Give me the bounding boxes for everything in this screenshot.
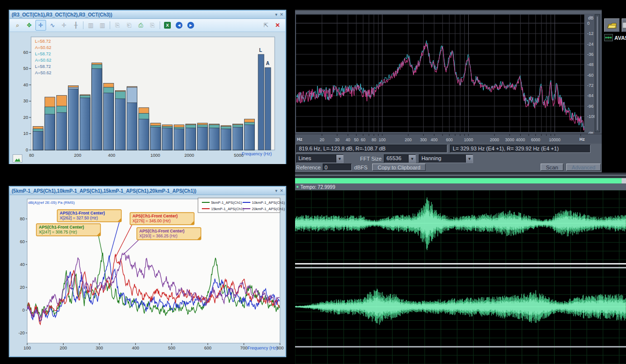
window-function-value: Hanning [419, 155, 465, 163]
aps-window-titlebar[interactable]: (5kmP-1_APS(Ch1),10kmP-1_APS(Ch1),15kmP-… [10, 187, 285, 195]
detach-icon[interactable]: ⇱ [261, 20, 271, 31]
reference-input[interactable] [323, 164, 352, 171]
waveform-file-icon: ↤↦ [604, 34, 613, 41]
display-mode-value: Lines [297, 155, 336, 163]
svg-text:20: 20 [20, 285, 25, 290]
histogram-options-icon[interactable]: ▥ [97, 20, 108, 31]
svg-text:X[293] = 366.25 (Hz): X[293] = 366.25 (Hz) [139, 233, 178, 238]
file-organizer-panel: ↤↦ AVAS [604, 15, 626, 78]
nav-forward-icon[interactable]: ► [185, 20, 196, 31]
svg-text:-108: -108 [587, 114, 596, 119]
remove-cursor-icon[interactable]: ✛ [59, 20, 69, 31]
copy-to-clipboard-button[interactable]: Copy to Clipboard [372, 164, 426, 171]
copy-chart-icon[interactable]: ⎘ [112, 20, 123, 31]
svg-text:20kmP-1_APS(Ch1): 20kmP-1_APS(Ch1) [252, 207, 285, 211]
cursor-tool-icon[interactable]: ✛ [35, 20, 46, 31]
octave-window-titlebar[interactable]: (R3_OCT(Ch1),R3_OCT(Ch2),R3_OCT(Ch3)) ▾ … [10, 11, 285, 19]
svg-text:dB(A)(ref 2E-05) Pa (RMS): dB(A)(ref 2E-05) Pa (RMS) [28, 200, 75, 205]
excel-export-icon[interactable]: X [162, 20, 173, 31]
peak-status-field: L= 329.93 Hz (E4 +1), R= 329.92 Hz (E4 +… [450, 145, 591, 153]
aps-chart[interactable]: 806040200-20100200300400500600700800dB(A… [10, 195, 285, 356]
svg-text:300: 300 [420, 137, 427, 142]
display-mode-select[interactable]: Lines ▼ [296, 154, 344, 163]
waveform-canvas[interactable] [295, 190, 626, 364]
svg-text:-72: -72 [587, 83, 593, 88]
save-image-icon[interactable]: ⎙ [135, 20, 146, 31]
chart-type-icon[interactable] [13, 154, 22, 163]
svg-text:L=58.72: L=58.72 [35, 51, 51, 56]
chevron-down-icon[interactable]: ▼ [465, 155, 473, 163]
spectrum-status-row: 819.6 Hz, L=-123.8 dB, R=-108.7 dB L= 32… [296, 145, 601, 153]
window-menu-icon[interactable]: ▾ [275, 188, 278, 193]
svg-text:60: 60 [23, 50, 28, 55]
svg-text:-48: -48 [587, 62, 593, 67]
octave-chart[interactable]: 0102030405060LA80200400100020005000Frequ… [10, 32, 285, 164]
svg-text:Frequency (Hz): Frequency (Hz) [242, 151, 272, 156]
svg-text:2000: 2000 [184, 153, 194, 158]
fft-size-select[interactable]: 65536 ▼ [384, 154, 416, 163]
open-folder-button[interactable] [604, 18, 620, 32]
nav-forward-icon: ► [187, 22, 194, 29]
histogram-icon[interactable]: ▥ [85, 20, 96, 31]
scan-button[interactable]: Scan [541, 164, 563, 171]
aps-analysis-window: (5kmP-1_APS(Ch1),10kmP-1_APS(Ch1),15kmP-… [9, 186, 286, 357]
svg-text:200: 200 [60, 346, 67, 350]
svg-text:1000: 1000 [150, 153, 160, 158]
svg-text:50: 50 [23, 66, 28, 71]
paste-icon[interactable]: ⎘ [147, 20, 158, 31]
svg-text:0: 0 [587, 21, 590, 26]
spectrum-reference-row: Reference dBFS Copy to Clipboard Scan Ad… [296, 164, 601, 171]
advanced-button[interactable]: Advanced [566, 164, 601, 171]
svg-text:4000: 4000 [516, 137, 525, 142]
spectrum-plot[interactable]: dB0-12-24-36-48-60-72-84-96-108dBHz20304… [295, 14, 602, 144]
svg-text:100: 100 [23, 346, 31, 350]
svg-text:600: 600 [446, 137, 453, 142]
pattern-progress-bar[interactable] [295, 178, 626, 183]
svg-text:-24: -24 [587, 42, 593, 47]
status-dot-icon [297, 186, 298, 188]
svg-text:400: 400 [132, 346, 139, 350]
file-new-button[interactable] [622, 18, 626, 32]
svg-text:-84: -84 [587, 93, 593, 98]
nav-back-icon: ◄ [176, 22, 182, 29]
toolbar-separator [110, 21, 110, 29]
aps-window-title: (5kmP-1_APS(Ch1),10kmP-1_APS(Ch1),15kmP-… [12, 188, 273, 194]
copy-data-icon[interactable]: ⎗ [124, 20, 134, 31]
svg-text:40: 40 [20, 262, 25, 267]
chevron-down-icon[interactable]: ▼ [408, 155, 415, 163]
svg-text:80: 80 [20, 216, 25, 221]
svg-text:200: 200 [405, 137, 412, 142]
svg-text:80: 80 [372, 137, 377, 142]
window-close-icon[interactable]: ✕ [280, 12, 283, 17]
close-icon[interactable]: ✕ [272, 20, 283, 31]
tempo-label: Tempo: 72.9999 [300, 184, 335, 190]
reference-label: Reference [296, 165, 321, 170]
svg-text:6000: 6000 [531, 137, 540, 142]
svg-text:700: 700 [240, 346, 247, 350]
svg-text:0: 0 [22, 308, 25, 313]
svg-text:APS(Ch1-Front Center): APS(Ch1-Front Center) [39, 225, 84, 230]
svg-text:10: 10 [23, 131, 28, 136]
wave-cursor-icon[interactable]: ∿ [47, 20, 58, 31]
svg-text:60: 60 [361, 137, 366, 142]
file-list-item[interactable]: ↤↦ AVAS [604, 34, 626, 41]
svg-text:300: 300 [96, 346, 103, 350]
vertical-cursor-icon[interactable]: ╂ [70, 20, 81, 31]
svg-text:1000: 1000 [464, 137, 473, 142]
svg-text:APS(Ch1-Front Center): APS(Ch1-Front Center) [132, 214, 178, 218]
svg-text:40: 40 [23, 83, 28, 87]
zoom-tool-icon[interactable]: ⌕ [12, 20, 23, 31]
svg-text:20: 20 [23, 115, 28, 120]
window-close-icon[interactable]: ✕ [280, 188, 283, 193]
dbfs-label: dBFS [354, 165, 368, 170]
fft-size-value: 65536 [384, 155, 408, 163]
chevron-down-icon[interactable]: ▼ [336, 155, 343, 163]
pan-tool-icon[interactable]: ✥ [24, 20, 34, 31]
svg-text:600: 600 [204, 346, 212, 350]
svg-text:15kmP-1_APS(Ch1): 15kmP-1_APS(Ch1) [211, 207, 244, 211]
window-menu-icon[interactable]: ▾ [275, 12, 278, 17]
nav-back-icon[interactable]: ◄ [174, 20, 184, 31]
window-function-select[interactable]: Hanning ▼ [419, 154, 473, 163]
svg-text:500: 500 [168, 346, 175, 350]
file-name: AVAS [614, 35, 626, 41]
